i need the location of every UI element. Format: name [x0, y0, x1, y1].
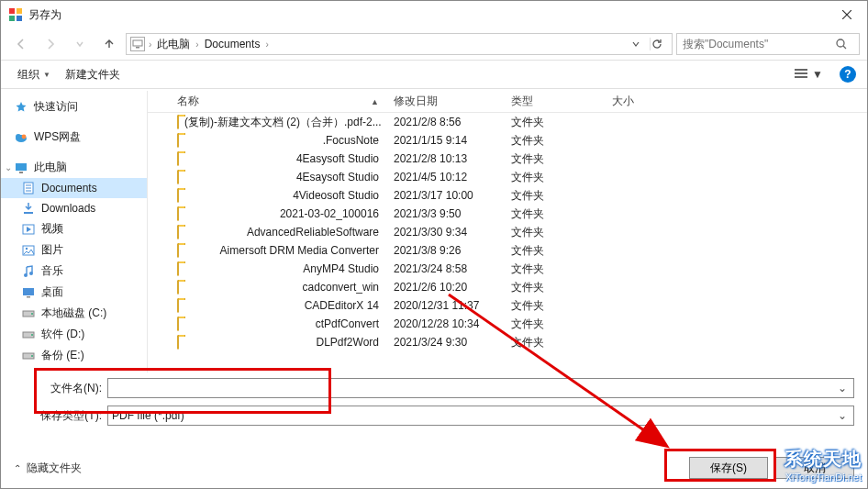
- column-header: 名称▲ 修改日期 类型 大小: [148, 91, 867, 113]
- refresh-button[interactable]: [650, 38, 670, 50]
- chevron-down-icon[interactable]: ⌄: [835, 382, 850, 395]
- sidebar-item-label: 备份 (E:): [41, 348, 84, 363]
- column-name[interactable]: 名称▲: [148, 94, 386, 109]
- folder-icon: [177, 170, 192, 184]
- folder-icon: [177, 243, 192, 258]
- sidebar-item-desktop[interactable]: 桌面: [1, 282, 147, 303]
- table-row[interactable]: (复制)-新建文本文档 (2)（合并）.pdf-2...2021/2/8 8:5…: [148, 113, 867, 131]
- column-type[interactable]: 类型: [504, 94, 605, 109]
- svg-point-15: [22, 134, 27, 139]
- title-bar: 另存为: [1, 1, 867, 28]
- download-icon: [21, 201, 36, 216]
- nav-row: › 此电脑 › Documents ›: [1, 28, 867, 60]
- svg-rect-29: [27, 296, 30, 298]
- search-icon[interactable]: [835, 38, 859, 50]
- music-icon: [21, 264, 36, 279]
- sidebar-item-drive-e[interactable]: 备份 (E:): [1, 345, 147, 366]
- row-type: 文件夹: [504, 133, 605, 149]
- svg-rect-17: [19, 172, 23, 173]
- table-row[interactable]: 4Esaysoft Studio2021/4/5 10:12文件夹: [148, 168, 867, 186]
- filename-control[interactable]: ⌄: [107, 378, 854, 398]
- chevron-right-icon[interactable]: ›: [263, 39, 270, 50]
- table-row[interactable]: cadconvert_win2021/2/6 10:20文件夹: [148, 278, 867, 296]
- sidebar-item-label: Downloads: [41, 202, 95, 215]
- pc-icon: [14, 161, 28, 175]
- row-type: 文件夹: [504, 115, 605, 130]
- filename-input[interactable]: [112, 381, 835, 395]
- sidebar-item-drive-d[interactable]: 软件 (D:): [1, 324, 147, 345]
- sidebar-item-pictures[interactable]: 图片: [1, 239, 147, 261]
- sidebar-item-downloads[interactable]: Downloads: [1, 198, 147, 218]
- breadcrumb-root[interactable]: 此电脑: [155, 37, 192, 52]
- row-date: 2021/2/6 10:20: [386, 281, 504, 294]
- sidebar-item-music[interactable]: 音乐: [1, 261, 147, 282]
- forward-button[interactable]: [38, 32, 63, 56]
- chevron-right-icon[interactable]: ›: [194, 39, 200, 50]
- sidebar-item-label: 音乐: [41, 263, 63, 279]
- table-row[interactable]: Aimersoft DRM Media Converter2021/3/8 9:…: [148, 241, 867, 260]
- up-button[interactable]: [96, 32, 122, 56]
- cancel-button[interactable]: 取消: [775, 457, 854, 479]
- table-row[interactable]: CADEditorX 142020/12/31 11:37文件夹: [148, 296, 867, 315]
- folder-icon: [177, 298, 192, 313]
- close-button[interactable]: [827, 2, 867, 28]
- row-name: AnyMP4 Studio: [303, 262, 379, 275]
- collapse-icon[interactable]: ⌄: [5, 162, 12, 172]
- drive-icon: [21, 349, 36, 363]
- row-name: 4Videosoft Studio: [293, 189, 379, 202]
- row-date: 2020/12/31 11:37: [386, 299, 504, 312]
- sidebar-quick-access[interactable]: 快速访问: [1, 96, 147, 117]
- hide-folders-label: 隐藏文件夹: [27, 461, 82, 476]
- sidebar-this-pc[interactable]: ⌄ 此电脑: [1, 157, 147, 178]
- address-bar[interactable]: › 此电脑 › Documents ›: [126, 33, 673, 55]
- breadcrumb-folder[interactable]: Documents: [203, 38, 262, 50]
- table-row[interactable]: 4Easysoft Studio2021/2/8 10:13文件夹: [148, 150, 867, 168]
- row-date: 2021/3/24 8:58: [386, 262, 504, 275]
- svg-rect-28: [23, 288, 34, 295]
- chevron-down-icon[interactable]: ⌄: [835, 409, 850, 422]
- folder-icon: [177, 317, 192, 331]
- chevron-down-icon: ▼: [43, 71, 50, 79]
- row-name: DLPdf2Word: [317, 336, 379, 349]
- svg-point-25: [26, 247, 28, 249]
- view-mode-button[interactable]: ▼: [790, 66, 827, 83]
- row-type: 文件夹: [504, 298, 605, 314]
- filetype-select[interactable]: PDF file (*.pdf) ⌄: [107, 406, 854, 426]
- sidebar-item-drive-c[interactable]: 本地磁盘 (C:): [1, 303, 147, 324]
- row-name: AdvancedReliableSoftware: [247, 226, 379, 239]
- save-button[interactable]: 保存(S): [689, 457, 768, 479]
- column-size[interactable]: 大小: [605, 94, 678, 109]
- chevron-right-icon[interactable]: ›: [147, 39, 153, 50]
- table-row[interactable]: ctPdfConvert2020/12/28 10:34文件夹: [148, 315, 867, 333]
- svg-rect-1: [17, 8, 22, 14]
- sidebar-item-videos[interactable]: 视频: [1, 218, 147, 239]
- row-type: 文件夹: [504, 335, 605, 350]
- row-type: 文件夹: [504, 243, 605, 259]
- folder-icon: [177, 115, 179, 129]
- sidebar-wps[interactable]: WPS网盘: [1, 127, 147, 148]
- svg-rect-10: [795, 69, 807, 71]
- search-box[interactable]: [676, 33, 860, 55]
- new-folder-button[interactable]: 新建文件夹: [60, 63, 126, 86]
- help-button[interactable]: ?: [840, 66, 856, 83]
- sidebar-item-documents[interactable]: Documents: [1, 178, 147, 198]
- table-row[interactable]: 4Videosoft Studio2021/3/17 10:00文件夹: [148, 186, 867, 205]
- table-row[interactable]: AnyMP4 Studio2021/3/24 8:58文件夹: [148, 260, 867, 278]
- recent-dropdown[interactable]: [67, 32, 93, 56]
- table-row[interactable]: AdvancedReliableSoftware2021/3/30 9:34文件…: [148, 223, 867, 241]
- desktop-icon: [21, 285, 36, 300]
- footer: ⌃隐藏文件夹 保存(S) 取消: [1, 457, 867, 479]
- table-row[interactable]: 2021-03-02_1000162021/3/3 9:50文件夹: [148, 205, 867, 223]
- address-history-dropdown[interactable]: [631, 39, 648, 49]
- chevron-up-icon: ⌃: [14, 463, 21, 473]
- search-input[interactable]: [677, 38, 835, 50]
- table-row[interactable]: DLPdf2Word2021/3/24 9:30文件夹: [148, 333, 867, 351]
- svg-point-14: [16, 134, 21, 139]
- organize-button[interactable]: 组织▼: [12, 63, 56, 86]
- column-date[interactable]: 修改日期: [386, 94, 504, 109]
- table-row[interactable]: .FocusNote2021/1/15 9:14文件夹: [148, 131, 867, 150]
- row-date: 2021/4/5 10:12: [386, 171, 504, 183]
- back-button[interactable]: [8, 32, 34, 56]
- row-date: 2021/2/8 10:13: [386, 152, 504, 165]
- hide-folders-toggle[interactable]: ⌃隐藏文件夹: [14, 461, 82, 476]
